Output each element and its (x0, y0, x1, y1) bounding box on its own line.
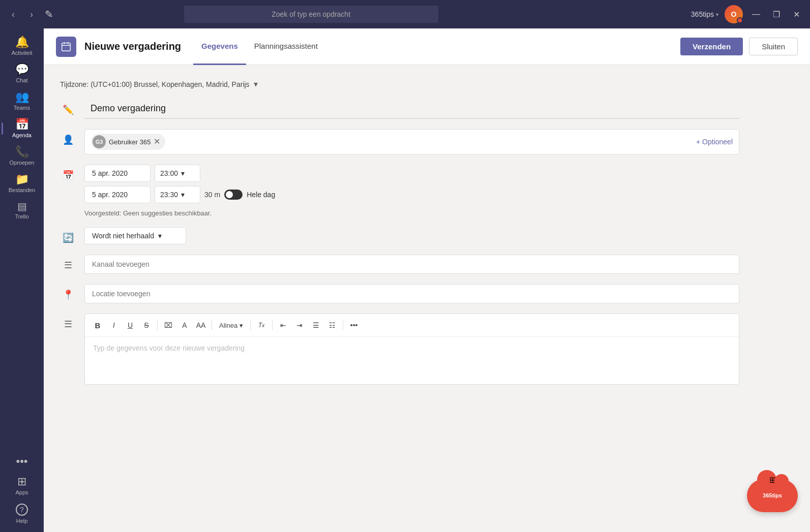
user-name: 365tips (691, 10, 714, 18)
content-area: Nieuwe vergadering Gegevens Planningsass… (44, 28, 810, 532)
channel-input[interactable] (84, 255, 739, 274)
rich-text-editor[interactable]: B I U S ⌧ A AA Alinea ▾ (84, 314, 739, 385)
paragraph-label: Alinea (219, 322, 237, 329)
end-time-value: 23:30 (160, 191, 178, 199)
tab-planningsassistent[interactable]: Planningsassistent (246, 28, 326, 65)
underline-button[interactable]: U (123, 318, 138, 332)
start-time-chevron: ▾ (181, 169, 185, 177)
pencil-icon: ✏️ (60, 99, 76, 115)
toolbar-separator-3 (250, 320, 251, 330)
optional-link[interactable]: + Optioneel (696, 138, 733, 146)
close-meeting-button[interactable]: Sluiten (749, 38, 798, 55)
chat-icon: 💬 (15, 64, 29, 75)
attendee-name: Gebruiker 365 (109, 138, 151, 146)
datetime-row: 📅 5 apr. 2020 23:00 ▾ 5 apr. 2020 (60, 161, 739, 221)
search-input[interactable] (184, 6, 438, 23)
timezone-chevron-icon: ▾ (254, 79, 258, 89)
indent-button[interactable]: ⇥ (292, 318, 307, 332)
fontsize-button[interactable]: AA (193, 318, 208, 332)
bold-button[interactable]: B (90, 318, 105, 332)
strikethrough-button[interactable]: S (139, 318, 154, 332)
location-icon: 📍 (60, 284, 76, 300)
phone-icon: 📞 (15, 146, 29, 158)
toolbar-separator-2 (212, 320, 212, 330)
recurrence-selector[interactable]: Wordt niet herhaald ▾ (84, 227, 186, 244)
suggestion-text: Voorgesteld: Geen suggesties beschikbaar… (84, 209, 739, 217)
editor-row: ☰ B I U S ⌧ A AA (60, 309, 739, 389)
minimize-button[interactable]: — (749, 7, 763, 21)
channel-row: ☰ (60, 251, 739, 278)
page-title: Nieuwe vergadering (84, 41, 181, 52)
trello-icon: ▤ (17, 201, 27, 211)
attendees-row: 👤 G3 Gebruiker 365 ✕ + Optioneel (60, 125, 739, 159)
page-header: Nieuwe vergadering Gegevens Planningsass… (44, 28, 810, 65)
main-layout: 🔔 Activiteit 💬 Chat 👥 Teams 📅 Agenda 📞 O… (0, 28, 810, 532)
sidebar-item-activiteit[interactable]: 🔔 Activiteit (2, 33, 42, 60)
calendar-svg (61, 41, 72, 52)
more-tools-button[interactable]: ••• (346, 318, 362, 332)
avatar[interactable]: O (725, 5, 743, 23)
recurrence-chevron: ▾ (158, 232, 162, 240)
teams-icon: 👥 (15, 91, 29, 103)
more-icon[interactable]: ••• (12, 451, 32, 472)
user-menu[interactable]: 365tips ▾ (691, 10, 718, 18)
sidebar-label-trello: Trello (15, 213, 28, 220)
sidebar-label-apps: Apps (15, 489, 28, 495)
tab-gegevens[interactable]: Gegevens (193, 28, 246, 65)
sidebar-item-trello[interactable]: ▤ Trello (2, 197, 42, 224)
sidebar-label-bestanden: Bestanden (9, 187, 36, 193)
fontcolor-button[interactable]: A (177, 318, 192, 332)
help-icon: ? (16, 504, 28, 516)
sidebar-item-chat[interactable]: 💬 Chat (2, 60, 42, 87)
bullets-button[interactable]: ☰ (308, 318, 323, 332)
datetime-group: 5 apr. 2020 23:00 ▾ 5 apr. 2020 23:30 (84, 165, 739, 217)
start-time-picker[interactable]: 23:00 ▾ (155, 165, 200, 182)
agenda-icon: 📅 (15, 119, 29, 130)
editor-body[interactable]: Typ de gegevens voor deze nieuwe vergade… (85, 337, 739, 378)
allday-toggle[interactable]: Hele dag (224, 190, 275, 200)
start-date-picker[interactable]: 5 apr. 2020 (84, 165, 151, 182)
close-button[interactable]: ✕ (790, 7, 804, 21)
calendar-icon: 📅 (60, 165, 76, 181)
attendee-avatar: G3 (93, 135, 106, 148)
compose-icon[interactable]: ✎ (45, 8, 53, 20)
numbered-button[interactable]: ☷ (324, 318, 340, 332)
timezone-selector[interactable]: Tijdzone: (UTC+01:00) Brussel, Kopenhage… (60, 73, 739, 95)
add-person-icon: 👤 (60, 129, 76, 145)
cloud-badge[interactable]: ⊞ 365tips (747, 479, 798, 520)
clear-format-button[interactable]: Tx (254, 318, 269, 332)
outdent-button[interactable]: ⇤ (276, 318, 291, 332)
header-actions: Verzenden Sluiten (680, 38, 798, 55)
allday-label: Hele dag (247, 191, 275, 199)
attendees-field[interactable]: G3 Gebruiker 365 ✕ + Optioneel (84, 129, 739, 154)
end-time-picker[interactable]: 23:30 ▾ (155, 186, 200, 203)
italic-button[interactable]: I (106, 318, 122, 332)
attendee-remove-button[interactable]: ✕ (154, 138, 160, 146)
end-time-chevron: ▾ (181, 191, 185, 199)
office-icon: ⊞ (769, 475, 776, 485)
toolbar-separator-1 (157, 320, 158, 330)
svg-rect-0 (62, 43, 71, 51)
sidebar-item-apps[interactable]: ⊞ Apps (2, 472, 42, 499)
nav-forward-button[interactable]: › (24, 7, 39, 21)
end-datetime-row: 5 apr. 2020 23:30 ▾ 30 m Hele dag (84, 186, 739, 203)
sidebar: 🔔 Activiteit 💬 Chat 👥 Teams 📅 Agenda 📞 O… (0, 28, 44, 532)
end-date-picker[interactable]: 5 apr. 2020 (84, 186, 151, 203)
sidebar-item-bestanden[interactable]: 📁 Bestanden (2, 170, 42, 197)
paragraph-dropdown[interactable]: Alinea ▾ (215, 318, 247, 332)
meeting-title-input[interactable] (84, 99, 739, 119)
channel-icon: ☰ (60, 255, 76, 271)
titlebar: ‹ › ✎ 365tips ▾ O — ❐ ✕ (0, 0, 810, 28)
toolbar-separator-4 (272, 320, 273, 330)
maximize-button[interactable]: ❐ (769, 7, 784, 21)
send-button[interactable]: Verzenden (680, 38, 743, 55)
sidebar-item-agenda[interactable]: 📅 Agenda (2, 115, 42, 142)
highlight-button[interactable]: ⌧ (161, 318, 176, 332)
nav-back-button[interactable]: ‹ (6, 7, 20, 21)
sidebar-item-oproepen[interactable]: 📞 Oproepen (2, 142, 42, 170)
paragraph-chevron: ▾ (239, 322, 243, 329)
location-input[interactable] (84, 284, 739, 303)
editor-icon: ☰ (60, 314, 76, 330)
sidebar-item-help[interactable]: ? Help (2, 499, 42, 528)
sidebar-item-teams[interactable]: 👥 Teams (2, 87, 42, 115)
